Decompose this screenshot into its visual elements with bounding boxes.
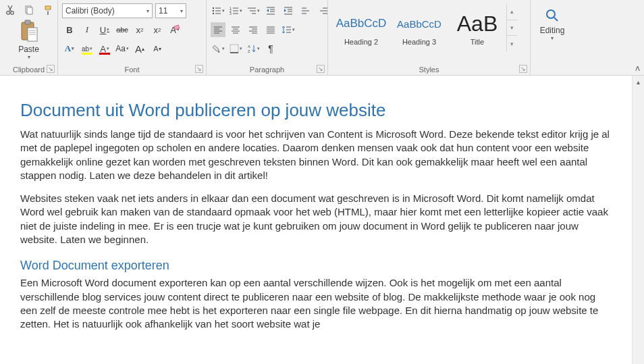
bullets-button[interactable]	[211, 3, 225, 18]
show-marks-button[interactable]: ¶	[263, 41, 278, 56]
doc-heading-1: Document uit Word publiceren op jouw web…	[20, 99, 612, 122]
document-content: Document uit Word publiceren op jouw web…	[20, 99, 612, 331]
shading-button[interactable]	[211, 41, 225, 56]
svg-point-1	[10, 11, 14, 15]
font-name-combo[interactable]: Calibri (Body) ▾	[62, 3, 153, 18]
chevron-down-icon: ▾	[551, 35, 554, 41]
vertical-scrollbar[interactable]: ▴	[632, 76, 644, 364]
paragraph-group: 123	[207, 0, 328, 75]
superscript-button[interactable]: x2	[150, 22, 165, 37]
numbering-button[interactable]: 123	[228, 3, 243, 18]
styles-scroll-up[interactable]: ▴	[507, 4, 517, 20]
styles-group: AaBbCcD Heading 2 AaBbCcD Heading 3 AaB …	[328, 0, 531, 75]
sort-button[interactable]: AZ	[246, 41, 261, 56]
font-color-swatch	[99, 53, 110, 55]
font-group-label: Font	[58, 66, 206, 74]
cut-button[interactable]	[3, 3, 18, 18]
styles-scroll: ▴ ▾ ▾	[506, 4, 517, 51]
ribbon: Paste ▾ Clipboard ↘ Calibri (Body) ▾ 11 …	[0, 0, 644, 76]
increase-indent-button[interactable]	[281, 3, 296, 18]
doc-paragraph: Wat natuurlijk sinds lange tijd de stand…	[20, 128, 612, 182]
chevron-down-icon: ▾	[180, 8, 183, 14]
multilevel-list-button[interactable]	[246, 3, 261, 18]
paragraph-group-label: Paragraph	[207, 66, 327, 74]
svg-point-18	[212, 13, 213, 14]
font-size-combo[interactable]: 11 ▾	[155, 3, 186, 18]
font-group: Calibri (Body) ▾ 11 ▾ B I U abc x2 x2 A …	[58, 0, 207, 75]
style-heading-2[interactable]: AaBbCcD Heading 2	[332, 4, 390, 51]
svg-line-67	[554, 18, 558, 21]
italic-button[interactable]: I	[80, 22, 95, 37]
font-color-button[interactable]: A	[97, 41, 112, 56]
svg-text:Z: Z	[248, 49, 250, 53]
svg-text:A: A	[248, 45, 250, 49]
subscript-button[interactable]: x2	[132, 22, 147, 37]
grow-font-button[interactable]: A▴	[132, 41, 147, 56]
align-center-button[interactable]	[228, 22, 243, 37]
svg-rect-8	[25, 20, 30, 24]
svg-point-14	[212, 7, 213, 9]
change-case-button[interactable]: Aa	[115, 41, 130, 56]
borders-button[interactable]	[228, 41, 243, 56]
paste-icon	[18, 19, 40, 43]
svg-rect-5	[47, 9, 49, 11]
style-title[interactable]: AaB Title	[448, 4, 506, 51]
svg-rect-3	[27, 7, 32, 14]
copy-button[interactable]	[22, 3, 36, 18]
style-heading-3[interactable]: AaBbCcD Heading 3	[390, 4, 448, 51]
clipboard-group: Paste ▾ Clipboard ↘	[0, 0, 58, 75]
styles-expand[interactable]: ▾	[507, 36, 517, 51]
svg-point-66	[547, 10, 555, 18]
svg-rect-6	[47, 11, 49, 15]
editing-label: Editing	[540, 26, 565, 35]
strikethrough-button[interactable]: abc	[115, 22, 130, 37]
align-left-button[interactable]	[211, 22, 225, 37]
document-area[interactable]: Document uit Word publiceren op jouw web…	[0, 76, 632, 364]
search-icon	[545, 8, 560, 23]
justify-button[interactable]	[263, 22, 278, 37]
chevron-down-icon: ▾	[146, 8, 149, 14]
editing-group: Editing ▾	[531, 0, 574, 75]
svg-rect-4	[45, 6, 51, 9]
bold-button[interactable]: B	[62, 22, 77, 37]
styles-scroll-down[interactable]: ▾	[507, 20, 517, 36]
doc-heading-2: Word Document exporteren	[20, 257, 612, 274]
paste-dropdown-icon: ▾	[28, 54, 30, 60]
collapse-ribbon-button[interactable]: ʌ	[635, 63, 640, 73]
scroll-up-button[interactable]: ▴	[633, 76, 644, 88]
svg-rect-62	[230, 45, 238, 53]
editing-button[interactable]: Editing ▾	[540, 8, 565, 41]
font-launcher[interactable]: ↘	[195, 65, 203, 73]
doc-paragraph: Websites steken vaak net iets anders in …	[20, 192, 612, 246]
clear-formatting-button[interactable]: A	[167, 22, 182, 37]
underline-button[interactable]: U	[97, 22, 112, 37]
highlight-button[interactable]: ab	[80, 41, 95, 56]
styles-launcher[interactable]: ↘	[519, 65, 527, 73]
font-name-value: Calibri (Body)	[65, 6, 115, 16]
align-left-h-button[interactable]	[298, 3, 313, 18]
svg-point-0	[6, 11, 9, 15]
svg-text:3: 3	[230, 11, 232, 16]
align-right-button[interactable]	[246, 22, 261, 37]
paste-label: Paste	[18, 45, 39, 54]
clipboard-launcher[interactable]: ↘	[47, 65, 55, 73]
text-effects-button[interactable]: A	[62, 41, 77, 56]
highlight-color-swatch	[82, 53, 92, 55]
paste-button[interactable]: Paste ▾	[4, 19, 53, 60]
decrease-indent-button[interactable]	[263, 3, 278, 18]
svg-point-16	[212, 10, 213, 11]
font-size-value: 11	[159, 6, 167, 16]
styles-group-label: Styles	[328, 66, 530, 74]
line-spacing-button[interactable]	[281, 22, 296, 37]
format-painter-button[interactable]	[41, 3, 55, 18]
paragraph-launcher[interactable]: ↘	[317, 65, 325, 73]
styles-gallery: AaBbCcD Heading 2 AaBbCcD Heading 3 AaB …	[332, 4, 526, 51]
doc-paragraph: Een Microsoft Word document exporteren k…	[20, 276, 612, 331]
svg-rect-13	[173, 25, 179, 30]
shrink-font-button[interactable]: A▾	[150, 41, 165, 56]
